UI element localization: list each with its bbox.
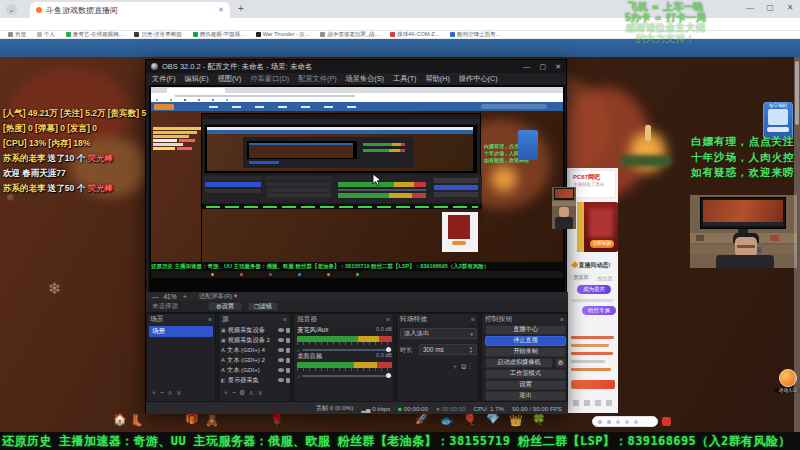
window-maximize-button[interactable]: ▢ bbox=[762, 3, 778, 12]
visibility-icon[interactable] bbox=[278, 328, 284, 332]
source-row[interactable]: A文本 (GDI+) bbox=[221, 365, 290, 375]
virtual-camera-config-icon[interactable]: ⚙ bbox=[555, 358, 566, 368]
obs-preview[interactable]: 白嫖有理，点点关注十年沙场，人肉火控如有疑惑，欢迎来唠 bbox=[149, 85, 565, 292]
bookmark-item[interactable]: 个人 bbox=[37, 31, 55, 38]
menu-tools[interactable]: 工具(T) bbox=[393, 74, 417, 84]
panel-menu-icon[interactable]: ≡ bbox=[560, 316, 564, 323]
gift-icon[interactable]: 🍀 bbox=[532, 414, 546, 425]
visibility-icon[interactable] bbox=[278, 368, 284, 372]
panel-menu-icon[interactable]: ≡ bbox=[386, 316, 390, 323]
become-vip-button[interactable]: 成为贵宾 bbox=[577, 285, 611, 294]
gift-icon[interactable]: 🌹 bbox=[270, 414, 284, 425]
new-tab-button[interactable]: + bbox=[238, 3, 244, 14]
window-minimize-button[interactable]: — bbox=[742, 3, 758, 12]
scenes-toolbar-icons[interactable]: ＋−∧∨ bbox=[150, 388, 185, 398]
zoom-in-icon[interactable]: ＋ bbox=[182, 292, 189, 301]
lock-icon[interactable] bbox=[286, 348, 290, 353]
bookmark-item[interactable]: 煤球4K-COM-Z... bbox=[390, 31, 439, 38]
menu-docks[interactable]: 停靠窗口(D) bbox=[251, 74, 290, 84]
source-row[interactable]: ◧显示器采集 bbox=[221, 375, 290, 385]
bookmark-item[interactable]: War Thunder - 次... bbox=[256, 31, 310, 38]
volume-slider[interactable] bbox=[302, 375, 392, 377]
source-row[interactable]: ▣视频采集设备 2 bbox=[221, 335, 290, 345]
obs-minimize-icon[interactable]: — bbox=[523, 63, 530, 70]
obs-maximize-icon[interactable]: ▢ bbox=[539, 63, 546, 71]
obs-title-bar[interactable]: OBS 32.0.2 - 配置文件: 未命名 - 场景: 未命名 — ▢ ✕ bbox=[146, 60, 566, 73]
menu-edit[interactable]: 编辑(E) bbox=[185, 74, 209, 84]
lock-icon[interactable] bbox=[286, 358, 290, 363]
lock-icon[interactable] bbox=[286, 378, 290, 383]
gift-icon[interactable]: 👑 bbox=[509, 415, 523, 426]
menu-help[interactable]: 帮助(H) bbox=[425, 74, 449, 84]
tab-vip-seat[interactable]: 贵宾席 bbox=[570, 273, 592, 281]
speaker-icon[interactable]: ♪ bbox=[297, 373, 300, 379]
fit-screen-dropdown[interactable]: 适配屏幕(R) ▾ bbox=[199, 292, 237, 301]
exit-button[interactable]: 退出 bbox=[485, 391, 566, 401]
visibility-icon[interactable] bbox=[278, 378, 284, 382]
tab-search-icon[interactable]: ⌄ bbox=[6, 4, 17, 15]
source-row[interactable]: A文本 (GDI+) 4 bbox=[221, 345, 290, 355]
promo-video-card[interactable]: 立即抢购 bbox=[577, 202, 618, 252]
gift-icon[interactable]: 💎 bbox=[486, 413, 500, 424]
scene-item[interactable]: 场景 bbox=[149, 326, 213, 337]
visibility-icon[interactable] bbox=[278, 358, 284, 362]
player-control-pill[interactable] bbox=[592, 416, 658, 427]
duration-input[interactable]: 300 ms ▲▼ bbox=[419, 344, 477, 355]
menu-profile[interactable]: 配置文件(P) bbox=[298, 74, 336, 84]
live-center-button[interactable]: 直播中心 bbox=[485, 325, 566, 335]
settings-button[interactable]: 设置 bbox=[485, 380, 566, 390]
start-recording-button[interactable]: 开始录制 bbox=[485, 347, 566, 357]
lock-icon[interactable] bbox=[286, 338, 290, 343]
tab-close-icon[interactable]: ✕ bbox=[218, 6, 224, 14]
announcement-badge[interactable] bbox=[571, 380, 615, 389]
source-row[interactable]: A文本 (GDI+) 2 bbox=[221, 355, 290, 365]
zoom-out-icon[interactable]: — bbox=[152, 293, 159, 300]
gift-red-icon[interactable] bbox=[662, 417, 671, 426]
lock-icon[interactable] bbox=[286, 328, 290, 333]
panel-menu-icon[interactable]: ≡ bbox=[283, 316, 287, 323]
sources-toolbar-icons[interactable]: ＋−⚙∧∨ bbox=[222, 388, 266, 398]
promo-buy-button[interactable]: 立即抢购 bbox=[590, 240, 614, 248]
menu-file[interactable]: 文件(F) bbox=[152, 74, 176, 84]
bookmark-item[interactable]: 战争雷霆老玩家_战... bbox=[320, 31, 379, 38]
menu-live-center[interactable]: 操作中心(C) bbox=[459, 74, 498, 84]
gift-icon[interactable]: 🐟 bbox=[440, 415, 454, 426]
gift-icon[interactable]: 🧸 bbox=[205, 415, 219, 426]
bookmark-item[interactable]: 贝壳-济世界树脂 bbox=[134, 31, 181, 38]
bookmark-item[interactable]: 酷狗空降士凯奇... bbox=[450, 31, 500, 38]
gift-icon[interactable]: 🏠 bbox=[113, 414, 127, 425]
obs-close-icon[interactable]: ✕ bbox=[555, 63, 561, 71]
gift-icon[interactable]: 👢 bbox=[130, 415, 144, 426]
virtual-camera-button[interactable]: 启动虚拟摄像机 bbox=[485, 358, 553, 368]
source-row[interactable]: ▣视频采集设备 bbox=[221, 325, 290, 335]
studio-mode-button[interactable]: 工作室模式 bbox=[485, 369, 566, 379]
bookmark-item[interactable]: 爱奇艺-在线视频网... bbox=[66, 31, 123, 38]
filters-button[interactable]: ❐ 滤镜 bbox=[248, 302, 278, 311]
fan-exclusive-button[interactable]: 粉丝专属 bbox=[582, 306, 616, 315]
panel-menu-icon[interactable]: ≡ bbox=[471, 316, 475, 323]
page-scrollbar[interactable] bbox=[794, 57, 800, 432]
menu-scene-collection[interactable]: 场景集合(S) bbox=[346, 74, 384, 84]
transition-select[interactable]: 淡入淡出▾ bbox=[400, 328, 477, 339]
lock-icon[interactable] bbox=[286, 368, 290, 373]
bookmark-item[interactable]: 腾讯视频-中国领... bbox=[193, 31, 245, 38]
gift-icon[interactable]: 🚀 bbox=[415, 413, 429, 424]
sidebar-toolbar-icons[interactable] bbox=[573, 400, 613, 406]
volume-slider[interactable] bbox=[302, 349, 392, 351]
gift-icon[interactable]: 🎈 bbox=[463, 414, 477, 425]
browser-tab[interactable]: 斗鱼游戏数据直播间 ✕ bbox=[30, 2, 230, 18]
bookmark-item[interactable]: 百度 bbox=[8, 31, 26, 38]
pc67-ad-card[interactable]: PC67网吧 主播同款工具价 bbox=[569, 170, 616, 198]
tab-fan-club[interactable]: 粉丝团 bbox=[594, 273, 616, 281]
transition-toolbar-icons[interactable]: ＋⧉⋮ bbox=[451, 362, 474, 372]
gift-icon[interactable]: 🎁 bbox=[185, 413, 199, 424]
menu-view[interactable]: 视图(V) bbox=[218, 74, 242, 84]
visibility-icon[interactable] bbox=[278, 348, 284, 352]
slider-handle[interactable] bbox=[386, 373, 391, 378]
window-close-button[interactable]: ✕ bbox=[782, 3, 798, 12]
panel-menu-icon[interactable]: ≡ bbox=[208, 316, 212, 323]
stop-streaming-button[interactable]: 停止直播 bbox=[485, 336, 566, 346]
properties-button[interactable]: ⚙ 设置 bbox=[208, 302, 242, 311]
visibility-icon[interactable] bbox=[278, 338, 284, 342]
stepper-arrows[interactable]: ▲▼ bbox=[469, 346, 473, 354]
